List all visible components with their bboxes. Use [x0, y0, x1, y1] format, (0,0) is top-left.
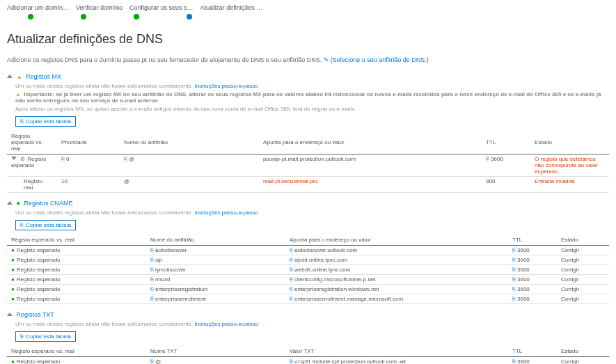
- section-cname-title: Registos CNAME: [24, 200, 72, 207]
- section-txt-title: Registos TXT: [17, 311, 54, 318]
- warning-icon: ▲: [15, 91, 21, 97]
- copy-icon[interactable]: ⎘: [150, 358, 154, 364]
- step-2[interactable]: Verificar domínio: [76, 4, 123, 13]
- step-dot-1: [28, 14, 33, 19]
- table-row[interactable]: ⊘Registo esperado ⎘0 ⎘@ psoray-pt.mail.p…: [7, 155, 609, 177]
- intro-text: Adicione os registos DNS para o domínio …: [7, 56, 609, 63]
- edit-icon[interactable]: ✎: [324, 56, 329, 63]
- copy-icon[interactable]: ⎘: [290, 267, 293, 273]
- table-row[interactable]: ●Registo esperado⎘sip⎘sipdir.online.lync…: [7, 255, 609, 265]
- table-row[interactable]: Registo real 10 @ mail-pt.securemail.pro…: [7, 177, 609, 193]
- table-row[interactable]: ●Registo esperado⎘enterpriseregistration…: [7, 285, 609, 294]
- chevron-up-icon: [7, 201, 13, 205]
- step-dot-4: [187, 14, 192, 19]
- intro-line: Adicione os registos DNS para o domínio …: [7, 56, 322, 63]
- mx-instructions-link[interactable]: Instruções passo-a-passo: [194, 83, 258, 89]
- copy-table-txt-button[interactable]: ⎘Copiar esta tabela: [15, 331, 76, 342]
- copy-icon[interactable]: ⎘: [61, 156, 65, 162]
- step-indicators: [28, 14, 609, 19]
- col-ttl: TTL: [482, 131, 530, 155]
- cell-host: @: [120, 177, 259, 193]
- copy-icon[interactable]: ⎘: [512, 267, 516, 273]
- mx-table: Registo esperado vs. real Prioridade Nom…: [7, 131, 609, 193]
- copy-label: Copiar esta tabela: [26, 118, 71, 125]
- col-host: Nome do anfitrião: [146, 235, 285, 246]
- txt-instructions-link[interactable]: Instruções passo-a-passo: [194, 321, 258, 327]
- col-record: Registo esperado vs. real: [7, 346, 146, 357]
- cell-prio: 0: [66, 156, 69, 162]
- table-row[interactable]: ●Registo esperado⎘lyncdiscover⎘webdir.on…: [7, 265, 609, 275]
- section-cname-toggle[interactable]: ● Registos CNAME: [7, 200, 609, 207]
- col-target: Valor TXT: [285, 346, 508, 357]
- mx-note: Um ou mais destes registos ainda não for…: [15, 83, 609, 89]
- copy-icon[interactable]: ⎘: [512, 276, 516, 283]
- table-header-row: Registo esperado vs. real Prioridade Nom…: [7, 131, 609, 155]
- section-mx-title: Registos MX: [26, 73, 61, 80]
- copy-icon[interactable]: ⎘: [290, 358, 293, 364]
- section-txt-toggle[interactable]: Registos TXT: [7, 311, 609, 318]
- copy-icon[interactable]: ⎘: [150, 276, 154, 283]
- copy-icon[interactable]: ⎘: [124, 156, 127, 162]
- copy-table-mx-button[interactable]: ⎘Copiar esta tabela: [15, 116, 76, 127]
- table-row[interactable]: ●Registo esperado⎘msoid⎘clientconfig.mic…: [7, 275, 609, 285]
- col-ttl: TTL: [508, 346, 557, 357]
- txt-note-text: Um ou mais destes registos ainda não for…: [15, 321, 193, 327]
- cname-instructions-link[interactable]: Instruções passo-a-passo: [194, 209, 258, 216]
- table-header-row: Registo esperado vs. real Nome do anfitr…: [7, 235, 609, 246]
- step-3[interactable]: Configurar os seus s…: [129, 4, 194, 13]
- txt-note: Um ou mais destes registos ainda não for…: [15, 321, 609, 327]
- step-4[interactable]: Atualizar definições …: [200, 4, 263, 13]
- mx-note-text: Um ou mais destes registos ainda não for…: [15, 83, 193, 89]
- table-header-row: Registo esperado vs. real Nome TXT Valor…: [7, 346, 609, 357]
- cell-ttl: 900: [482, 177, 530, 193]
- select-host-link[interactable]: (Selecione o seu anfitrião de DNS.): [331, 56, 429, 63]
- table-row[interactable]: ●Registo esperado⎘@⎘v=spf1 include:spf.p…: [7, 357, 609, 365]
- col-state: Estado: [557, 346, 609, 357]
- copy-icon: ⎘: [20, 118, 24, 125]
- copy-icon[interactable]: ⎘: [512, 286, 516, 292]
- ok-icon: ●: [11, 247, 15, 253]
- ok-icon: ●: [11, 296, 15, 302]
- copy-icon[interactable]: ⎘: [150, 267, 154, 273]
- ok-icon: ●: [11, 257, 15, 263]
- ok-icon: ●: [17, 200, 20, 207]
- error-icon: ⊘: [20, 156, 25, 162]
- copy-icon[interactable]: ⎘: [290, 257, 293, 263]
- table-row[interactable]: ●Registo esperado⎘enterpriseenrollment⎘e…: [7, 294, 609, 304]
- step-dot-3: [134, 14, 139, 19]
- copy-table-cname-button[interactable]: ⎘Copiar esta tabela: [15, 220, 76, 230]
- copy-icon[interactable]: ⎘: [290, 276, 293, 283]
- copy-icon[interactable]: ⎘: [150, 286, 154, 292]
- row-label: Registo real: [7, 177, 57, 193]
- mx-after-note: Após alterar os registos MX, se quiser a…: [15, 106, 609, 112]
- col-host: Nome TXT: [146, 346, 285, 357]
- page-title: Atualizar definições de DNS: [7, 32, 609, 47]
- chevron-up-icon: [7, 312, 13, 316]
- copy-icon[interactable]: ⎘: [290, 296, 293, 302]
- cell-prio: 10: [57, 177, 120, 193]
- col-record: Registo esperado vs. real: [7, 235, 146, 246]
- step-1[interactable]: Adicionar um domín…: [7, 4, 69, 13]
- copy-label: Copiar esta tabela: [26, 333, 71, 340]
- copy-icon[interactable]: ⎘: [512, 296, 516, 302]
- copy-icon[interactable]: ⎘: [512, 247, 516, 253]
- cell-target: psoray-pt.mail.protection.outlook.com: [263, 156, 356, 162]
- chevron-up-icon: [7, 74, 13, 78]
- copy-icon[interactable]: ⎘: [486, 156, 489, 162]
- copy-icon[interactable]: ⎘: [512, 358, 516, 364]
- copy-icon[interactable]: ⎘: [512, 257, 516, 263]
- copy-icon[interactable]: ⎘: [150, 296, 154, 302]
- chevron-down-icon[interactable]: [11, 157, 17, 160]
- copy-icon: ⎘: [20, 333, 24, 340]
- table-row[interactable]: ●Registo esperado⎘autodiscover⎘autodisco…: [7, 246, 609, 255]
- copy-icon[interactable]: ⎘: [290, 286, 293, 292]
- copy-icon[interactable]: ⎘: [150, 257, 154, 263]
- col-state: Estado: [530, 131, 609, 155]
- ok-icon: ●: [11, 267, 15, 273]
- copy-icon[interactable]: ⎘: [290, 247, 293, 253]
- copy-icon[interactable]: ⎘: [150, 247, 154, 253]
- section-mx-toggle[interactable]: ▲ Registos MX: [7, 73, 609, 80]
- cell-state: Entrada inválida: [530, 177, 609, 193]
- copy-icon: ⎘: [20, 222, 24, 228]
- col-host: Nome do anfitrião: [120, 131, 259, 155]
